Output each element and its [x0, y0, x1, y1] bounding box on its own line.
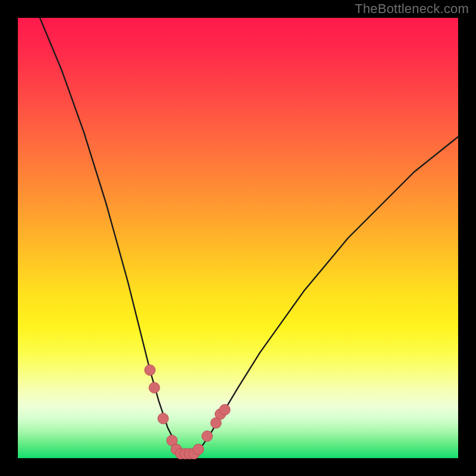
- marker-group: [145, 365, 230, 459]
- data-marker: [145, 365, 155, 375]
- data-marker: [193, 444, 203, 455]
- plot-area: [18, 18, 458, 458]
- bottleneck-curve: [40, 18, 458, 454]
- watermark-text: TheBottleneck.com: [355, 1, 469, 17]
- data-marker: [220, 405, 230, 415]
- data-marker: [149, 383, 159, 393]
- chart-frame: TheBottleneck.com: [0, 0, 476, 476]
- data-marker: [202, 431, 212, 441]
- data-marker: [158, 413, 168, 424]
- chart-overlay: [18, 18, 458, 458]
